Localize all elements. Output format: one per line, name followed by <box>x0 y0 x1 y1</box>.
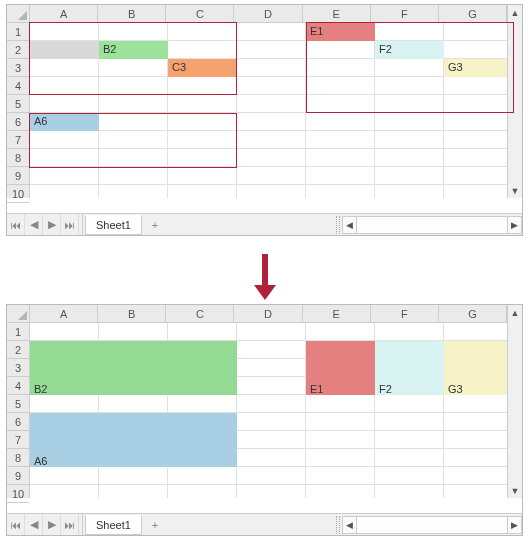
row-headers: 1 2 3 4 5 6 7 8 9 10 <box>7 23 30 198</box>
col-header-c[interactable]: C <box>166 305 234 322</box>
cell-b2[interactable]: B2 <box>99 41 168 59</box>
vertical-scrollbar[interactable]: ▲ ▼ <box>507 5 522 198</box>
cells-area[interactable]: B2 E1 F2 G3 A6 <box>30 323 507 498</box>
scroll-down-icon[interactable]: ▼ <box>508 183 522 198</box>
merged-range-g3[interactable]: G3 <box>444 341 513 395</box>
col-header-b[interactable]: B <box>98 5 166 22</box>
row-header-8[interactable]: 8 <box>7 149 29 167</box>
row-header-6[interactable]: 6 <box>7 413 29 431</box>
row-header-10[interactable]: 10 <box>7 485 29 503</box>
nav-first-button[interactable]: ⏮ <box>7 514 25 535</box>
sheet-tab-bar: ⏮ ◀ ▶ ⏭ Sheet1 + ◀ ▶ <box>7 213 522 235</box>
hscroll-splitter[interactable] <box>336 216 340 234</box>
merged-range-e1[interactable]: E1 <box>306 341 375 395</box>
row-header-5[interactable]: 5 <box>7 395 29 413</box>
row-header-4[interactable]: 4 <box>7 377 29 395</box>
sheet-tab[interactable]: Sheet1 <box>85 215 142 235</box>
cell-c3[interactable]: C3 <box>168 59 237 77</box>
scroll-right-icon[interactable]: ▶ <box>507 516 522 534</box>
col-header-f[interactable]: F <box>371 305 439 322</box>
row-header-9[interactable]: 9 <box>7 167 29 185</box>
row-header-3[interactable]: 3 <box>7 359 29 377</box>
spreadsheet-before: A B C D E F G 1 2 3 4 5 6 7 8 9 10 B2 C3… <box>6 4 523 236</box>
row-header-1[interactable]: 1 <box>7 23 29 41</box>
column-headers: A B C D E F G <box>30 5 507 23</box>
merged-range-f2[interactable]: F2 <box>375 341 444 395</box>
vertical-scrollbar[interactable]: ▲ ▼ <box>507 305 522 498</box>
sheet-tab-bar: ⏮ ◀ ▶ ⏭ Sheet1 + ◀ ▶ <box>7 513 522 535</box>
transition-arrow <box>0 240 529 300</box>
spreadsheet-after: A B C D E F G 1 2 3 4 5 6 7 8 9 10 B2 E1… <box>6 304 523 536</box>
select-all-corner[interactable] <box>7 5 30 23</box>
row-header-7[interactable]: 7 <box>7 431 29 449</box>
nav-first-button[interactable]: ⏮ <box>7 214 25 235</box>
row-header-10[interactable]: 10 <box>7 185 29 203</box>
scroll-left-icon[interactable]: ◀ <box>342 216 357 234</box>
col-header-c[interactable]: C <box>166 5 234 22</box>
col-header-b[interactable]: B <box>98 305 166 322</box>
row-header-2[interactable]: 2 <box>7 41 29 59</box>
nav-last-button[interactable]: ⏭ <box>61 214 79 235</box>
cells-area[interactable]: B2 C3 E1 F2 G3 A6 <box>30 23 507 198</box>
row-header-2[interactable]: 2 <box>7 341 29 359</box>
col-header-a[interactable]: A <box>30 5 98 22</box>
merged-range-b2[interactable]: B2 <box>30 341 237 395</box>
select-all-corner[interactable] <box>7 305 30 323</box>
row-header-4[interactable]: 4 <box>7 77 29 95</box>
col-header-e[interactable]: E <box>303 5 371 22</box>
sheet-tab[interactable]: Sheet1 <box>85 515 142 535</box>
cell-a6[interactable]: A6 <box>30 113 99 131</box>
cell-e1[interactable]: E1 <box>306 23 375 41</box>
scroll-down-icon[interactable]: ▼ <box>508 483 522 498</box>
col-header-d[interactable]: D <box>234 305 302 322</box>
grid[interactable]: A B C D E F G 1 2 3 4 5 6 7 8 9 10 B2 C3… <box>7 5 522 213</box>
col-header-g[interactable]: G <box>439 305 507 322</box>
nav-last-button[interactable]: ⏭ <box>61 514 79 535</box>
scroll-up-icon[interactable]: ▲ <box>508 305 522 320</box>
grid[interactable]: A B C D E F G 1 2 3 4 5 6 7 8 9 10 B2 E1… <box>7 305 522 513</box>
col-header-d[interactable]: D <box>234 5 302 22</box>
col-header-e[interactable]: E <box>303 305 371 322</box>
col-header-g[interactable]: G <box>439 5 507 22</box>
row-header-9[interactable]: 9 <box>7 467 29 485</box>
nav-next-button[interactable]: ▶ <box>43 214 61 235</box>
row-header-5[interactable]: 5 <box>7 95 29 113</box>
cell-g3[interactable]: G3 <box>444 59 513 77</box>
row-header-6[interactable]: 6 <box>7 113 29 131</box>
cell-f2[interactable]: F2 <box>375 41 444 59</box>
add-sheet-button[interactable]: + <box>144 514 166 535</box>
row-header-8[interactable]: 8 <box>7 449 29 467</box>
scroll-up-icon[interactable]: ▲ <box>508 5 522 20</box>
hscroll-splitter[interactable] <box>336 516 340 534</box>
arrow-down-icon <box>262 254 268 286</box>
scroll-left-icon[interactable]: ◀ <box>342 516 357 534</box>
scroll-right-icon[interactable]: ▶ <box>507 216 522 234</box>
row-header-3[interactable]: 3 <box>7 59 29 77</box>
column-headers: A B C D E F G <box>30 305 507 323</box>
horizontal-scrollbar[interactable]: ◀ ▶ <box>334 514 522 535</box>
add-sheet-button[interactable]: + <box>144 214 166 235</box>
nav-prev-button[interactable]: ◀ <box>25 214 43 235</box>
merged-range-a6[interactable]: A6 <box>30 413 237 467</box>
row-headers: 1 2 3 4 5 6 7 8 9 10 <box>7 323 30 498</box>
nav-next-button[interactable]: ▶ <box>43 514 61 535</box>
nav-prev-button[interactable]: ◀ <box>25 514 43 535</box>
row-header-7[interactable]: 7 <box>7 131 29 149</box>
col-header-a[interactable]: A <box>30 305 98 322</box>
horizontal-scrollbar[interactable]: ◀ ▶ <box>334 214 522 235</box>
col-header-f[interactable]: F <box>371 5 439 22</box>
cell-a2[interactable] <box>30 41 99 59</box>
row-header-1[interactable]: 1 <box>7 323 29 341</box>
